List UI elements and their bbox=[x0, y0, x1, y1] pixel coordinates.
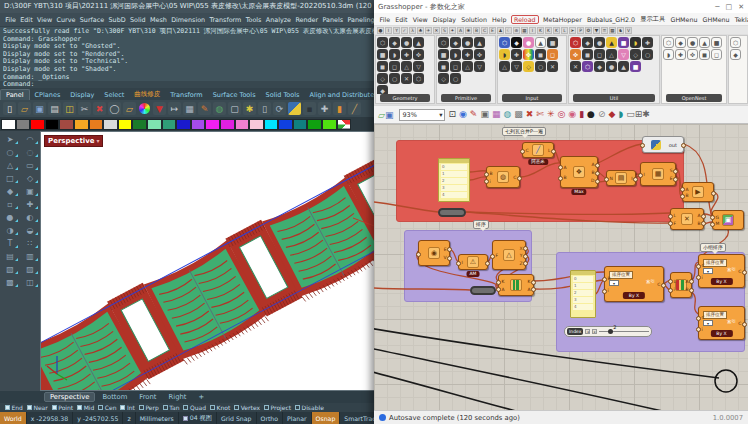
checkbox-cen[interactable] bbox=[98, 405, 103, 410]
sketch-pen-icon[interactable]: ✎ bbox=[470, 110, 478, 119]
sidebar-tool-icon-13[interactable]: ◐ bbox=[20, 211, 40, 224]
input-port-C[interactable] bbox=[696, 316, 701, 321]
gh-category-tab-11[interactable]: ❀ bbox=[465, 27, 472, 34]
output-port-K[interactable] bbox=[531, 280, 536, 285]
rhino-menu-item-13[interactable]: Panels bbox=[320, 16, 345, 24]
named-view-icon[interactable]: ▣ bbox=[480, 110, 489, 119]
status-x-22958-38[interactable]: x -22958.38 bbox=[27, 412, 73, 424]
component-icon-0-14[interactable]: ✕ bbox=[401, 73, 412, 84]
osnap-int[interactable]: Int bbox=[120, 404, 134, 411]
python-script[interactable]: out bbox=[642, 136, 684, 153]
sort-component-2[interactable]: 排序位置▾索引By XCiC bbox=[698, 254, 745, 288]
component-icon-1-6[interactable]: ✚ bbox=[462, 49, 473, 60]
component-icon-0-4[interactable]: ■ bbox=[377, 49, 388, 60]
component-icon-3-3[interactable]: ▲ bbox=[606, 37, 617, 48]
component-icon-0-5[interactable]: ◗ bbox=[389, 49, 400, 60]
output-port-S[interactable] bbox=[673, 169, 678, 174]
component-icon-2-10[interactable]: △ bbox=[499, 61, 510, 72]
delete-icon[interactable]: ✖ bbox=[93, 102, 106, 115]
input-port-I[interactable] bbox=[456, 261, 461, 266]
gh-category-tab-20[interactable]: K bbox=[537, 27, 544, 34]
gh-category-tab-12[interactable]: B bbox=[473, 27, 480, 34]
component-icon-2-11[interactable]: ▽ bbox=[511, 61, 522, 72]
component-xyz[interactable]: △FXYZ bbox=[492, 240, 526, 270]
component-icon-2-7[interactable]: ✜ bbox=[523, 49, 534, 60]
output-port-X[interactable] bbox=[523, 246, 528, 251]
gh-category-tab-8[interactable]: S bbox=[441, 27, 448, 34]
component-icon-0-7[interactable]: ✜ bbox=[413, 49, 424, 60]
component-icon-1-3[interactable]: ▲ bbox=[474, 37, 485, 48]
color-swatch-22[interactable] bbox=[322, 119, 337, 130]
output-port-V[interactable] bbox=[447, 256, 452, 261]
gh-menu-item-8[interactable]: Bubalus_GH2.0 bbox=[584, 16, 637, 23]
status-osnap[interactable]: Osnap bbox=[312, 412, 341, 424]
output-port[interactable] bbox=[681, 143, 686, 148]
gh-category-tab-29[interactable]: ▩ bbox=[609, 27, 616, 34]
gh-category-tab-19[interactable]: I bbox=[529, 27, 536, 34]
sidebar-tool-icon-19[interactable]: ▥ bbox=[20, 250, 40, 263]
component-icon-3-9[interactable]: ◻ bbox=[594, 49, 605, 60]
component-icon-1-0[interactable]: ⬡ bbox=[438, 37, 449, 48]
output-port-D[interactable] bbox=[595, 179, 600, 184]
sidebar-tool-icon-5[interactable]: ▭ bbox=[20, 159, 40, 172]
component-icon-1-1[interactable]: ◆ bbox=[450, 37, 461, 48]
rhino-menu-item-10[interactable]: Tools bbox=[244, 16, 264, 24]
input-port-B[interactable] bbox=[602, 277, 607, 282]
component-icon-3-10[interactable]: △ bbox=[606, 49, 617, 60]
component-icon-1-5[interactable]: ◗ bbox=[450, 49, 461, 60]
osnap-tan[interactable]: Tan bbox=[163, 404, 180, 411]
output-port-Y[interactable] bbox=[523, 254, 528, 259]
gh-category-tab-17[interactable]: ⊕ bbox=[513, 27, 520, 34]
output-port-L[interactable] bbox=[551, 149, 556, 154]
component-icon-0-9[interactable]: ◻ bbox=[389, 61, 400, 72]
component-icon-0-12[interactable]: ◇ bbox=[377, 73, 388, 84]
component-sort-ka[interactable]: ▮KAKA bbox=[498, 274, 534, 296]
output-port-C[interactable] bbox=[742, 270, 747, 275]
input-port-F[interactable] bbox=[490, 254, 495, 259]
zoom-select[interactable]: 93%▾ bbox=[399, 109, 445, 121]
component-icon-3-5[interactable]: ◗ bbox=[630, 37, 641, 48]
brush-icon[interactable]: ✎ bbox=[198, 102, 211, 115]
sidebar-tool-icon-9[interactable]: ▣ bbox=[20, 185, 40, 198]
component-icon-3-19[interactable]: ■ bbox=[630, 61, 641, 72]
osnap-cen[interactable]: Cen bbox=[98, 404, 116, 411]
viewport-tab-front[interactable]: Front bbox=[134, 393, 161, 401]
color-swatch-15[interactable] bbox=[220, 119, 235, 130]
gh-category-tab-28[interactable]: ≡ bbox=[601, 27, 608, 34]
sidebar-tool-icon-2[interactable]: ○ bbox=[0, 146, 20, 159]
input-port-C[interactable] bbox=[520, 149, 525, 154]
osnap-project[interactable]: Project bbox=[264, 404, 291, 411]
component-n[interactable]: ▤NI bbox=[606, 170, 636, 186]
gh-category-tab-15[interactable]: ♟ bbox=[497, 27, 504, 34]
group-label-1[interactable]: 排序 bbox=[473, 220, 489, 229]
rhino-menu-item-11[interactable]: Analyze bbox=[264, 16, 294, 24]
monitor-icon[interactable]: ▢ bbox=[228, 102, 241, 115]
rhino-menu-item-9[interactable]: Transform bbox=[207, 16, 243, 24]
checkbox-knot[interactable] bbox=[210, 405, 215, 410]
lock-icon[interactable]: ▮ bbox=[333, 102, 346, 115]
gh-category-tab-7[interactable]: ✕ bbox=[433, 27, 440, 34]
gh-category-tab-31[interactable]: V bbox=[625, 27, 632, 34]
component-icon-3-13[interactable]: ○ bbox=[642, 49, 653, 60]
component-icon-0-15[interactable]: ⬡ bbox=[413, 73, 424, 84]
sort-mode-chip[interactable]: 排序位置 bbox=[609, 271, 633, 279]
gh-menu-item-4[interactable]: Solution bbox=[459, 16, 490, 23]
tools-icon[interactable]: ✚ bbox=[318, 102, 331, 115]
osnap-knot[interactable]: Knot bbox=[210, 404, 230, 411]
rhino-menu-item-12[interactable]: Render bbox=[293, 16, 320, 24]
component-icon-2-4[interactable]: ■ bbox=[547, 37, 558, 48]
component-icon-0-10[interactable]: △ bbox=[401, 61, 412, 72]
sidebar-tool-icon-7[interactable]: ◇ bbox=[20, 172, 40, 185]
sidebar-tool-icon-8[interactable]: ◆ bbox=[0, 185, 20, 198]
input-port-I[interactable] bbox=[638, 173, 643, 178]
component-icon-4-0[interactable]: ⬡ bbox=[663, 37, 674, 48]
minimize-button[interactable]: ─ bbox=[715, 3, 719, 11]
input-port-A[interactable] bbox=[680, 187, 685, 192]
component-icon-4-1[interactable]: ◆ bbox=[675, 37, 686, 48]
component-icon-3-14[interactable]: ✕ bbox=[570, 61, 581, 72]
gh-menu-item-1[interactable]: Edit bbox=[393, 16, 410, 23]
gh-menu-item-2[interactable]: View bbox=[410, 16, 430, 23]
color-swatch-11[interactable] bbox=[162, 119, 177, 130]
component-icon-3-11[interactable]: ▽ bbox=[618, 49, 629, 60]
component-icon-2-6[interactable]: ✚ bbox=[511, 49, 522, 60]
